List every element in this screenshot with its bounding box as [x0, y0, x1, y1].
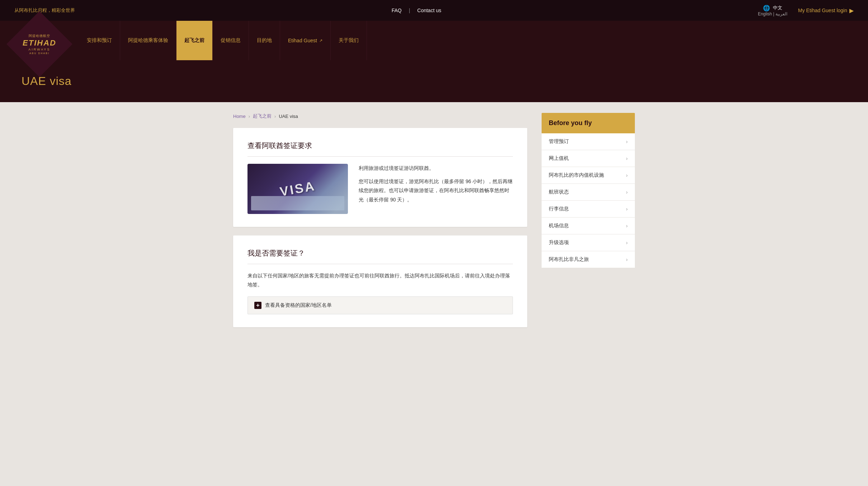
chevron-right-icon: ›: [626, 257, 628, 262]
card1-para1: 利用旅游或过境签证游访阿联酋。: [359, 164, 513, 173]
breadcrumb-current: UAE visa: [279, 114, 298, 119]
nav-experience[interactable]: 阿提哈德乘客体验: [120, 21, 176, 60]
chevron-right-icon: ›: [626, 223, 628, 229]
sidebar-item-label: 行李信息: [549, 206, 569, 212]
chevron-right-icon: ›: [626, 139, 628, 144]
logo-inner: 阿提哈德航空 ETIHAD AIRWAYS ABU DHABI: [23, 34, 56, 54]
visa-check-card: 我是否需要签证？ 来自以下任何国家/地区的旅客无需提前办理签证也可前往阿联酋旅行…: [233, 235, 527, 327]
nav-promotions[interactable]: 促销信息: [213, 21, 249, 60]
login-label: My Etihad Guest login: [798, 8, 847, 13]
login-button[interactable]: My Etihad Guest login ▶: [798, 7, 854, 14]
card2-heading: 我是否需要签证？: [247, 248, 513, 264]
sidebar-item-airport[interactable]: 机场信息 ›: [542, 218, 635, 234]
sidebar-item-upgrade[interactable]: 升级选项 ›: [542, 234, 635, 251]
etihad-guest-label: Etihad Guest: [288, 38, 317, 43]
logo-block[interactable]: 阿提哈德航空 ETIHAD AIRWAYS ABU DHABI: [0, 21, 79, 60]
sidebar: Before you fly 管理预订 › 网上值机 › 阿布扎比的市内值机设施…: [542, 113, 635, 268]
chevron-right-icon: ›: [626, 189, 628, 195]
faq-link[interactable]: FAQ: [392, 8, 402, 13]
expand-label: 查看具备资格的国家/地区名单: [265, 302, 332, 309]
sidebar-menu: 管理预订 › 网上值机 › 阿布扎比的市内值机设施 › 航班状态 › 行李信息 …: [542, 133, 635, 268]
logo-zh-name: 阿提哈德航空: [23, 34, 56, 38]
page-title: UAE visa: [22, 75, 72, 87]
sidebar-item-label: 管理预订: [549, 138, 569, 145]
sidebar-item-flight-status[interactable]: 航班状态 ›: [542, 184, 635, 201]
visa-info-card: 查看阿联酋签证要求 利用旅游或过境签证游访阿联酋。 您可以使用过境签证，游览阿布…: [233, 128, 527, 227]
nav-about[interactable]: 关于我们: [331, 21, 367, 60]
lang-zh[interactable]: 中文: [773, 5, 782, 11]
hero-banner: UAE visa: [0, 60, 868, 102]
nav-destinations[interactable]: 目的地: [249, 21, 280, 60]
top-nav-links: FAQ | Contact us: [392, 8, 442, 13]
contact-link[interactable]: Contact us: [417, 8, 441, 13]
slogan: 从阿布扎比启程，精彩全世界: [14, 7, 75, 14]
expand-countries-row[interactable]: + 查看具备资格的国家/地区名单: [247, 296, 513, 314]
breadcrumb-sep1: ›: [249, 114, 250, 119]
card1-para2: 您可以使用过境签证，游览阿布扎比（最多停留 96 小时），然后再继续您的旅程。也…: [359, 177, 513, 204]
card1-inner: 利用旅游或过境签证游访阿联酋。 您可以使用过境签证，游览阿布扎比（最多停留 96…: [247, 164, 513, 214]
logo-brand: ETIHAD: [23, 38, 56, 48]
chevron-right-icon: ›: [626, 156, 628, 161]
top-bar: 从阿布扎比启程，精彩全世界 FAQ | Contact us 🌐 中文 Engl…: [0, 0, 868, 21]
globe-icon: 🌐: [763, 5, 770, 11]
sidebar-item-label: 航班状态: [549, 189, 569, 195]
expand-icon: +: [254, 302, 261, 309]
external-link-icon: ↗: [319, 38, 322, 43]
main-content: Home › 起飞之前 › UAE visa 查看阿联酋签证要求 利用旅游或过境…: [233, 113, 527, 336]
sidebar-item-label: 网上值机: [549, 155, 569, 162]
nav-before-fly[interactable]: 起飞之前: [176, 21, 213, 60]
nav-booking[interactable]: 安排和预订: [79, 21, 120, 60]
card1-text: 利用旅游或过境签证游访阿联酋。 您可以使用过境签证，游览阿布扎比（最多停留 96…: [359, 164, 513, 209]
logo-airways: AIRWAYS: [23, 48, 56, 51]
sidebar-item-label: 机场信息: [549, 223, 569, 229]
breadcrumb-parent[interactable]: 起飞之前: [253, 113, 272, 119]
sidebar-item-label: 阿布扎比的市内值机设施: [549, 172, 604, 178]
visa-image: [247, 164, 348, 214]
card2-body: 来自以下任何国家/地区的旅客无需提前办理签证也可前往阿联酋旅行。抵达阿布扎比国际…: [247, 271, 513, 289]
lang-en-ar: English | العربية: [758, 11, 787, 16]
content-area: Home › 起飞之前 › UAE visa 查看阿联酋签证要求 利用旅游或过境…: [212, 102, 656, 347]
sidebar-item-city-checkin[interactable]: 阿布扎比的市内值机设施 ›: [542, 167, 635, 184]
sidebar-item-manage-booking[interactable]: 管理预订 ›: [542, 133, 635, 150]
sidebar-item-label: 阿布扎比非凡之旅: [549, 256, 589, 263]
chevron-right-icon: ›: [626, 172, 628, 178]
sidebar-header: Before you fly: [542, 113, 635, 133]
breadcrumb: Home › 起飞之前 › UAE visa: [233, 113, 527, 119]
chevron-right-icon: ›: [626, 240, 628, 246]
nav-separator: |: [409, 8, 410, 13]
nav-etihad-guest[interactable]: Etihad Guest ↗: [280, 21, 331, 60]
breadcrumb-sep2: ›: [274, 114, 276, 119]
chevron-right-icon: ›: [626, 206, 628, 212]
card1-heading: 查看阿联酋签证要求: [247, 141, 513, 157]
logo-abudhabi: ABU DHABI: [23, 52, 56, 54]
sidebar-item-baggage[interactable]: 行李信息 ›: [542, 201, 635, 218]
login-arrow-icon: ▶: [849, 7, 854, 14]
language-switcher[interactable]: 🌐 中文 English | العربية: [758, 5, 787, 16]
sidebar-item-abu-dhabi[interactable]: 阿布扎比非凡之旅 ›: [542, 251, 635, 268]
top-bar-right: 🌐 中文 English | العربية My Etihad Guest l…: [758, 5, 854, 16]
header-nav: 阿提哈德航空 ETIHAD AIRWAYS ABU DHABI 安排和预订 阿提…: [0, 21, 868, 60]
breadcrumb-home[interactable]: Home: [233, 114, 246, 119]
main-nav: 安排和预订 阿提哈德乘客体验 起飞之前 促销信息 目的地 Etihad Gues…: [79, 21, 868, 60]
sidebar-item-online-checkin[interactable]: 网上值机 ›: [542, 150, 635, 167]
sidebar-item-label: 升级选项: [549, 239, 569, 246]
